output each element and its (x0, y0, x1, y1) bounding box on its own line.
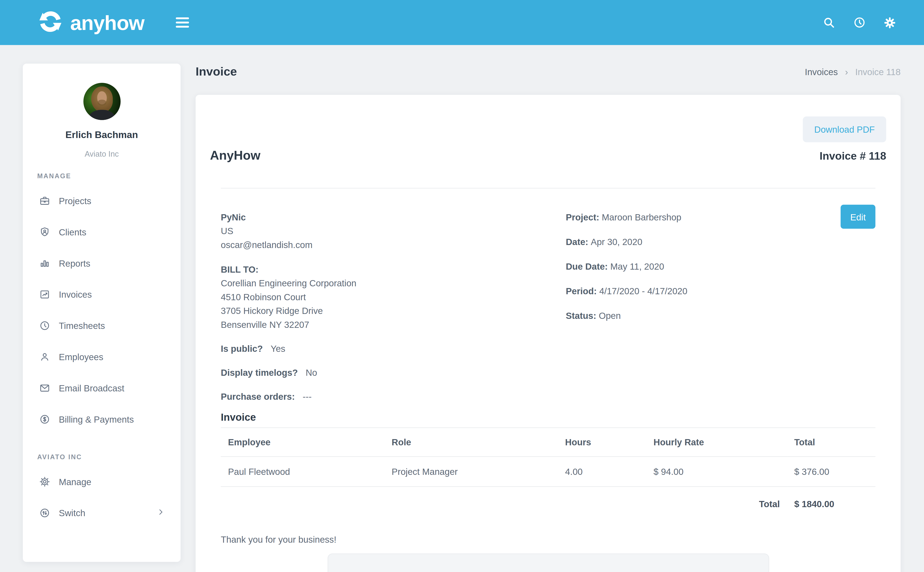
brand-name: anyhow (70, 12, 144, 33)
meta-status: Status: Open (566, 309, 876, 322)
sidebar-item-timesheets[interactable]: Timesheets (23, 310, 181, 341)
column-header-hours: Hours (558, 428, 646, 457)
gear-icon (39, 476, 51, 488)
sidebar-item-label: Clients (59, 227, 165, 237)
sidebar-item-label: Employees (59, 351, 165, 362)
hamburger-menu-icon[interactable] (173, 15, 191, 30)
meta-project: Project: Maroon Barbershop (566, 210, 876, 224)
sidebar-item-label: Manage (59, 476, 165, 487)
sidebar: Erlich Bachman Aviato Inc MANAGE Project… (23, 64, 181, 562)
from-country: US (221, 224, 566, 238)
bill-to-line: Bensenville NY 32207 (221, 317, 566, 331)
user-name: Erlich Bachman (23, 130, 181, 140)
total-label: Total (221, 487, 787, 509)
user-icon (39, 351, 51, 362)
topbar-actions (822, 16, 896, 29)
page-title: Invoice (195, 65, 237, 79)
invoice-details: PyNic US oscar@netlandish.com BILL TO: C… (221, 210, 875, 403)
footer-note: Thank you for your business! (221, 534, 875, 545)
invoice-meta-block: Project: Maroon Barbershop Date: Apr 30,… (566, 210, 876, 403)
download-pdf-button[interactable]: Download PDF (803, 117, 886, 142)
cell-hours: 4.00 (558, 457, 646, 487)
meta-period: Period: 4/17/2020 - 4/17/2020 (566, 284, 876, 298)
invoice-title-row: AnyHow Invoice # 118 (210, 148, 886, 163)
sidebar-item-label: Timesheets (59, 320, 165, 331)
from-email: oscar@netlandish.com (221, 238, 566, 252)
dollar-circle-icon (39, 413, 51, 425)
chart-box-icon (39, 288, 51, 300)
bar-chart-icon (39, 257, 51, 269)
edit-button[interactable]: Edit (840, 205, 876, 229)
sidebar-item-label: Projects (59, 195, 165, 206)
table-header-row: Employee Role Hours Hourly Rate Total (221, 428, 875, 457)
sidebar-item-email-broadcast[interactable]: Email Broadcast (23, 372, 181, 403)
nav-section-manage: MANAGE (37, 172, 180, 180)
meta-due-date: Due Date: May 11, 2020 (566, 260, 876, 273)
search-icon[interactable] (822, 16, 835, 29)
invoice-number: Invoice # 118 (820, 150, 886, 163)
briefcase-icon (39, 194, 51, 207)
flag-display-timelogs: Display timelogs?No (221, 365, 566, 379)
notes-box (327, 553, 769, 572)
sidebar-item-label: Billing & Payments (59, 414, 165, 424)
column-header-role: Role (384, 428, 558, 457)
clock-icon[interactable] (853, 16, 866, 29)
table-row: Paul Fleetwood Project Manager 4.00 $ 94… (221, 457, 875, 487)
user-company: Aviato Inc (23, 149, 181, 159)
sidebar-item-billing-payments[interactable]: Billing & Payments (23, 403, 181, 435)
meta-date: Date: Apr 30, 2020 (566, 235, 876, 249)
sidebar-item-label: Reports (59, 258, 165, 268)
sidebar-item-reports[interactable]: Reports (23, 247, 181, 278)
bill-to-line: 4510 Robinson Court (221, 290, 566, 304)
invoice-from-block: PyNic US oscar@netlandish.com BILL TO: C… (221, 210, 566, 403)
invoice-body: PyNic US oscar@netlandish.com BILL TO: C… (210, 188, 886, 572)
flag-is-public: Is public?Yes (221, 342, 566, 356)
cell-employee: Paul Fleetwood (221, 457, 384, 487)
brand-logo[interactable]: anyhow (39, 9, 144, 36)
invoice-company-name: AnyHow (210, 148, 260, 163)
breadcrumb: Invoices › Invoice 118 (805, 66, 901, 77)
breadcrumb-current: Invoice 118 (855, 66, 901, 77)
from-name: PyNic (221, 210, 566, 224)
switch-icon (39, 507, 51, 519)
invoice-table: Employee Role Hours Hourly Rate Total Pa… (221, 427, 875, 509)
cell-hourly-rate: $ 94.00 (646, 457, 787, 487)
bill-to-line: Corellian Engineering Corporation (221, 276, 566, 290)
sidebar-item-label: Switch (59, 508, 157, 518)
breadcrumb-separator-icon: › (845, 66, 848, 77)
table-total-row: Total $ 1840.00 (221, 487, 875, 509)
sidebar-nav: MANAGE Projects Clients Reports (23, 172, 181, 528)
column-header-total: Total (787, 428, 876, 457)
anyhow-logo-icon (39, 9, 62, 36)
divider (221, 188, 875, 188)
topbar: anyhow (0, 0, 924, 45)
envelope-icon (39, 382, 51, 394)
bill-to-line: 3705 Hickory Ridge Drive (221, 304, 566, 317)
invoice-section-title: Invoice (221, 412, 875, 424)
sidebar-item-clients[interactable]: Clients (23, 216, 181, 247)
breadcrumb-invoices-link[interactable]: Invoices (805, 66, 838, 77)
sidebar-item-invoices[interactable]: Invoices (23, 278, 181, 310)
gear-icon[interactable] (883, 16, 896, 29)
column-header-employee: Employee (221, 428, 384, 457)
chevron-right-icon (157, 508, 165, 518)
bill-to-block: BILL TO: Corellian Engineering Corporati… (221, 262, 566, 331)
sidebar-item-employees[interactable]: Employees (23, 341, 181, 372)
total-value: $ 1840.00 (787, 487, 876, 509)
flag-purchase-orders: Purchase orders:--- (221, 390, 566, 404)
main-content: Invoice Invoices › Invoice 118 Download … (195, 64, 901, 572)
invoice-card: Download PDF AnyHow Invoice # 118 PyNic … (195, 95, 901, 572)
sidebar-item-label: Invoices (59, 289, 165, 299)
bill-to-label: BILL TO: (221, 262, 566, 276)
avatar (83, 83, 121, 120)
app: anyhow (0, 0, 924, 572)
cell-total: $ 376.00 (787, 457, 876, 487)
sidebar-item-manage[interactable]: Manage (23, 466, 181, 497)
cell-role: Project Manager (384, 457, 558, 487)
column-header-hourly-rate: Hourly Rate (646, 428, 787, 457)
clock-icon (39, 319, 51, 331)
sidebar-item-label: Email Broadcast (59, 382, 165, 393)
sidebar-item-projects[interactable]: Projects (23, 185, 181, 216)
nav-section-aviato: AVIATO INC (37, 453, 180, 460)
sidebar-item-switch[interactable]: Switch (23, 497, 181, 528)
